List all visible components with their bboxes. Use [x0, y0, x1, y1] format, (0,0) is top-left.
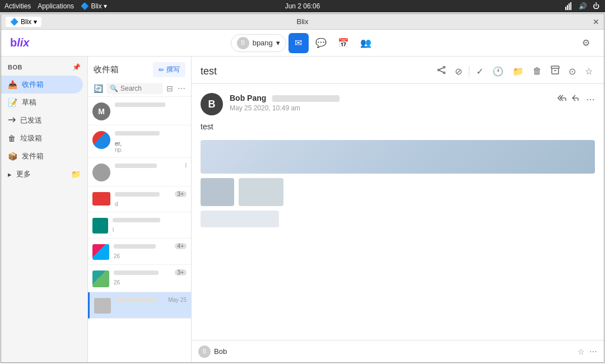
more-reply-button[interactable]: ⋯ [586, 93, 595, 105]
sidebar-user-label: BOB [8, 64, 22, 71]
footer-more-button[interactable]: ⋯ [589, 347, 597, 356]
email-content-6: 26 [114, 243, 170, 259]
email-body-text: test [201, 122, 595, 131]
applications-menu[interactable]: Applications [38, 2, 74, 10]
sidebar-item-drafts[interactable]: 📝 草稿 [1, 94, 83, 111]
archive-button[interactable] [548, 63, 562, 79]
email-item-7[interactable]: 26 3+ [88, 265, 191, 292]
clock-button[interactable]: 🕐 [490, 64, 506, 79]
svg-rect-3 [570, 2, 571, 10]
compose-button[interactable]: ✏ 撰写 [153, 62, 185, 77]
sidebar-item-inbox[interactable]: 📥 收件箱 [1, 76, 83, 94]
sender-name-row: Bob Pang [230, 93, 550, 103]
window-titlebar: 🔷 Blix ▾ Blix ✕ [1, 14, 604, 30]
footer-user: B Bob [198, 346, 227, 358]
email-preview-sub-2: np. [115, 147, 182, 153]
email-content-7: 26 [114, 269, 170, 286]
folder-button[interactable]: 📁 [510, 64, 526, 79]
email-item-1[interactable]: M [88, 97, 191, 125]
user-account-button[interactable]: B bpang ▾ [231, 34, 286, 52]
share-button[interactable] [435, 63, 448, 79]
app-menu-item[interactable]: 🔷 Blix ▾ [81, 2, 107, 10]
search-input[interactable] [120, 85, 160, 92]
settings-button[interactable]: ⚙ [577, 34, 595, 52]
filter-icon[interactable]: ⊟ [165, 83, 174, 94]
more-options-icon[interactable]: ⋯ [176, 83, 187, 94]
window-tab-title: Blix [21, 18, 31, 26]
window-close-button[interactable]: ✕ [593, 17, 599, 26]
sidebar-item-drafts-label: 草稿 [22, 97, 36, 108]
sidebar-item-sent[interactable]: 已发送 [1, 111, 83, 129]
footer-avatar: B [198, 346, 211, 358]
sender-date: May 25 2020, 10:49 am [230, 104, 550, 112]
refresh-icon[interactable]: 🔄 [92, 83, 104, 94]
contacts-tab-button[interactable]: 👥 [356, 33, 376, 53]
email-sender-blur-2 [115, 131, 160, 136]
email-body: B Bob Pang May 25 2020, 10:49 am [192, 84, 604, 340]
email-item-5[interactable]: l [88, 212, 191, 239]
email-img-2 [201, 178, 234, 206]
email-date-8: May 25 [168, 297, 187, 303]
calendar-tab-button[interactable]: 📅 [333, 33, 353, 53]
chat-tab-button[interactable]: 💬 [311, 33, 331, 53]
circle-button[interactable]: ⊙ [566, 64, 578, 79]
mail-tab-button[interactable]: ✉ [288, 33, 309, 53]
svg-line-9 [439, 71, 443, 72]
email-item-8[interactable]: May 25 [88, 292, 191, 319]
email-item-3[interactable]: l [88, 158, 191, 186]
compose-label: 撰写 [166, 65, 180, 74]
email-avatar-7 [92, 270, 109, 287]
search-input-wrap: 🔍 [106, 83, 163, 94]
user-name: bpang [253, 39, 273, 47]
svg-point-5 [444, 67, 445, 68]
star-button[interactable]: ☆ [583, 64, 595, 79]
email-actions: ⊘ ✓ 🕐 📁 🗑 ⊙ ☆ [435, 63, 595, 79]
activities-menu[interactable]: Activities [4, 2, 31, 10]
reply-all-button[interactable] [557, 93, 567, 105]
delete-button[interactable]: 🗑 [530, 64, 544, 78]
drafts-icon: 📝 [8, 98, 17, 107]
sidebar-item-sent-label: 已发送 [20, 115, 42, 125]
sender-info: Bob Pang May 25 2020, 10:49 am [230, 93, 550, 112]
reply-button[interactable] [571, 93, 581, 105]
email-preview-text-4: d [115, 201, 170, 207]
footer-star-button[interactable]: ☆ [578, 347, 585, 356]
email-avatar-4 [92, 192, 110, 206]
svg-rect-2 [569, 3, 570, 10]
sender-avatar: B [201, 93, 223, 115]
email-sender-blur-8 [115, 298, 157, 302]
window-tab: 🔷 Blix ▾ [6, 17, 41, 27]
email-img-1 [201, 140, 595, 174]
sidebar-item-trash[interactable]: 🗑 垃圾箱 [1, 129, 83, 147]
pin-icon[interactable]: 📌 [72, 63, 81, 71]
email-sender-blur-3 [115, 164, 157, 168]
email-item-2[interactable]: er, np. [88, 125, 191, 158]
email-meta-6: 4+ [175, 243, 187, 249]
footer-user-name: Bob [214, 347, 227, 356]
power-icon[interactable]: ⏻ [592, 2, 601, 11]
more-chevron-icon: ▸ [8, 170, 12, 179]
check-button[interactable]: ✓ [474, 64, 486, 79]
sidebar-more-button[interactable]: ▸ 更多 📁 [1, 165, 87, 183]
email-content-2: er, np. [115, 130, 182, 153]
block-button[interactable]: ⊘ [453, 64, 464, 79]
email-item-4[interactable]: d 3+ [88, 186, 191, 212]
email-list-panel: 收件箱 ✏ 撰写 🔄 🔍 ⊟ ⋯ M [88, 57, 192, 362]
email-avatar-2 [92, 131, 110, 149]
email-list-toolbar: 🔄 🔍 ⊟ ⋯ [88, 81, 191, 97]
sidebar-item-outbox[interactable]: 📦 发件箱 [1, 147, 83, 165]
email-preview-text-6: 26 [114, 253, 170, 259]
email-badge-7: 3+ [175, 269, 187, 276]
email-sender-blur [115, 102, 165, 107]
email-item-6[interactable]: 26 4+ [88, 239, 191, 265]
email-list-title: 收件箱 [94, 64, 119, 75]
email-subject-blur-8 [115, 304, 146, 307]
sidebar: BOB 📌 📥 收件箱 📝 草稿 已发送 🗑 垃圾箱 [1, 57, 88, 362]
email-content-8 [115, 297, 164, 307]
svg-rect-0 [565, 7, 566, 10]
search-icon: 🔍 [110, 85, 118, 92]
add-folder-icon[interactable]: 📁 [71, 170, 81, 179]
email-avatar-8 [94, 298, 111, 314]
toolbar-right: ⚙ [577, 34, 595, 52]
email-meta-3: l [185, 162, 187, 169]
